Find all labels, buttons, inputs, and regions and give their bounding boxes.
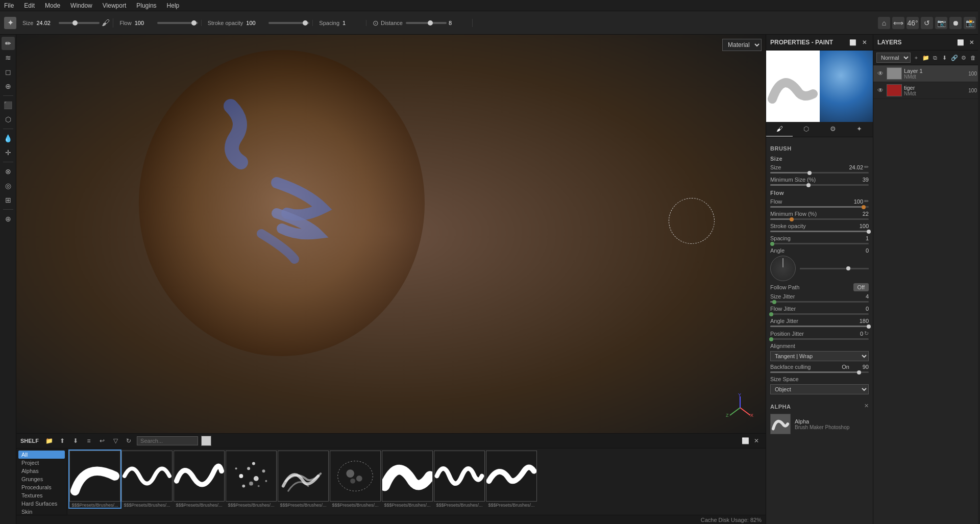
layer-1-eye-icon[interactable]: 👁 bbox=[876, 86, 885, 94]
min-size-slider-track[interactable] bbox=[770, 184, 869, 186]
size-space-select[interactable]: Object bbox=[770, 384, 869, 394]
shelf-cat-all[interactable]: All bbox=[18, 451, 65, 459]
tab-settings[interactable]: ⚙ bbox=[820, 122, 846, 137]
viewport-canvas[interactable] bbox=[16, 35, 766, 433]
position-jitter-icon[interactable]: ↻ bbox=[864, 330, 869, 337]
shelf-cat-project[interactable]: Project bbox=[18, 459, 65, 467]
shelf-brush-item-3[interactable]: $$$Presets/Brushes/... bbox=[226, 451, 277, 508]
size-jitter-slider-track[interactable] bbox=[770, 301, 869, 303]
shelf-brush-item-2[interactable]: $$$Presets/Brushes/... bbox=[174, 451, 225, 508]
tool-retopo[interactable]: ⊞ bbox=[2, 193, 15, 207]
shelf-cat-procedurals[interactable]: Procedurals bbox=[18, 483, 65, 491]
properties-expand-icon[interactable]: ⬜ bbox=[848, 38, 857, 47]
angle-icon[interactable]: 46° bbox=[906, 17, 919, 29]
stroke-opacity-slider[interactable] bbox=[268, 22, 309, 24]
tool-eyedrop[interactable]: 💧 bbox=[2, 132, 15, 145]
distance-slider[interactable] bbox=[406, 22, 447, 24]
angle-dial[interactable] bbox=[770, 256, 796, 281]
reset-icon[interactable]: ↺ bbox=[921, 17, 933, 29]
shelf-cat-grunges[interactable]: Grunges bbox=[18, 475, 65, 483]
shelf-cat-textures[interactable]: Textures bbox=[18, 491, 65, 500]
shelf-search-input[interactable] bbox=[137, 436, 198, 445]
blend-mode-select[interactable]: Normal bbox=[876, 53, 911, 63]
layer-0-eye-icon[interactable]: 👁 bbox=[876, 69, 885, 78]
layer-link-icon[interactable]: 🔗 bbox=[950, 53, 958, 62]
shelf-brush-item-5[interactable]: $$$Presets/Brushes/... bbox=[330, 451, 381, 508]
menu-viewport[interactable]: Viewport bbox=[101, 1, 128, 10]
flow-slider[interactable] bbox=[157, 22, 198, 24]
tool-uv[interactable]: ⊕ bbox=[2, 212, 15, 226]
tool-erase[interactable]: ◻ bbox=[2, 65, 15, 79]
angle-slider-thumb[interactable] bbox=[846, 266, 850, 270]
properties-close-icon[interactable]: ✕ bbox=[860, 38, 869, 47]
tab-material[interactable]: ⬡ bbox=[793, 122, 819, 137]
shelf-export-icon[interactable]: ⬇ bbox=[70, 436, 81, 446]
menu-mode[interactable]: Mode bbox=[43, 1, 62, 10]
tool-mask[interactable]: ◎ bbox=[2, 179, 15, 192]
tool-sculpt[interactable]: ⊗ bbox=[2, 165, 15, 178]
material-dropdown[interactable]: Material bbox=[722, 39, 762, 51]
shelf-back-icon[interactable]: ↩ bbox=[97, 436, 107, 446]
shelf-folder-icon[interactable]: 📁 bbox=[44, 436, 54, 446]
shelf-brush-item-0[interactable]: $$$Presets/Brushes/... bbox=[69, 451, 120, 508]
stroke-opacity-slider-track[interactable] bbox=[770, 231, 869, 232]
tool-fill[interactable]: ⬛ bbox=[2, 98, 15, 112]
layer-add-icon[interactable]: + bbox=[913, 53, 920, 62]
follow-path-toggle[interactable]: Off bbox=[853, 283, 869, 291]
size-slider-track[interactable] bbox=[770, 172, 869, 173]
shelf-cat-alphas[interactable]: Alphas bbox=[18, 467, 65, 475]
backface-slider-track[interactable] bbox=[770, 371, 869, 373]
camera-path-icon[interactable]: ⌂ bbox=[878, 17, 890, 29]
shelf-list-icon[interactable]: ≡ bbox=[84, 436, 94, 446]
symmetry-icon[interactable]: ⟺ bbox=[892, 17, 904, 29]
layer-folder-icon[interactable]: 📁 bbox=[922, 53, 929, 62]
record-icon[interactable]: ⏺ bbox=[949, 17, 962, 29]
flow-jitter-slider-track[interactable] bbox=[770, 313, 869, 315]
shelf-brush-item-7[interactable]: $$$Presets/Brushes/... bbox=[434, 451, 485, 508]
tool-paint[interactable]: ✏ bbox=[2, 37, 15, 50]
menu-help[interactable]: Help bbox=[165, 1, 182, 10]
flow-edit-icon[interactable]: ✏ bbox=[864, 198, 869, 205]
angle-jitter-slider-track[interactable] bbox=[770, 326, 869, 327]
position-jitter-slider-track[interactable] bbox=[770, 338, 869, 340]
tab-effects[interactable]: ✦ bbox=[846, 122, 873, 137]
tool-clone[interactable]: ⊕ bbox=[2, 80, 15, 93]
alignment-select[interactable]: Tangent | Wrap bbox=[770, 351, 869, 361]
shelf-brush-item-1[interactable]: $$$Presets/Brushes/... bbox=[121, 451, 173, 508]
layer-delete-icon[interactable]: 🗑 bbox=[969, 53, 977, 62]
tab-brush[interactable]: 🖌 bbox=[766, 122, 793, 137]
shelf-import-icon[interactable]: ⬆ bbox=[57, 436, 67, 446]
menu-file[interactable]: File bbox=[2, 1, 16, 10]
size-edit-icon[interactable]: ✏ bbox=[864, 164, 869, 170]
shelf-filter-icon[interactable]: ▽ bbox=[110, 436, 120, 446]
size-slider[interactable] bbox=[59, 22, 100, 24]
viewport-area[interactable]: Material X Z Y bbox=[16, 35, 766, 433]
menu-plugins[interactable]: Plugins bbox=[134, 1, 158, 10]
shelf-brush-item-4[interactable]: $$$Presets/Brushes/... bbox=[278, 451, 329, 508]
shelf-close-icon[interactable]: ✕ bbox=[751, 436, 762, 446]
menu-edit[interactable]: Edit bbox=[22, 1, 37, 10]
shelf-refresh-icon[interactable]: ↻ bbox=[124, 436, 134, 446]
layer-merge-icon[interactable]: ⬇ bbox=[941, 53, 949, 62]
shelf-color-swatch[interactable] bbox=[201, 436, 211, 446]
right-edge-resize[interactable] bbox=[978, 0, 980, 524]
alpha-close-icon[interactable]: ✕ bbox=[864, 403, 869, 409]
min-flow-slider-track[interactable] bbox=[770, 218, 869, 220]
menu-window[interactable]: Window bbox=[68, 1, 94, 10]
spacing-slider-track[interactable] bbox=[770, 243, 869, 244]
layer-item-0[interactable]: 👁 Layer 1 NMdt 100 bbox=[873, 65, 980, 82]
camera-icon[interactable]: 📷 bbox=[935, 17, 947, 29]
shelf-brush-item-8[interactable]: $$$Presets/Brushes/... bbox=[486, 451, 537, 508]
shelf-cat-hard-surfaces[interactable]: Hard Surfaces bbox=[18, 500, 65, 508]
layer-duplicate-icon[interactable]: ⧉ bbox=[932, 53, 939, 62]
toolbar-tool-icon[interactable]: ✦ bbox=[4, 17, 16, 29]
layer-settings-icon[interactable]: ⚙ bbox=[960, 53, 968, 62]
flow-slider-track[interactable] bbox=[770, 206, 869, 208]
layers-expand-icon[interactable]: ⬜ bbox=[956, 38, 965, 47]
tool-select[interactable]: ⬡ bbox=[2, 113, 15, 126]
snapshot-icon[interactable]: 📸 bbox=[964, 17, 976, 29]
layer-item-1[interactable]: 👁 tiger NMdt 100 bbox=[873, 82, 980, 99]
tool-smear[interactable]: ≋ bbox=[2, 51, 15, 64]
tool-transform[interactable]: ✛ bbox=[2, 146, 15, 159]
shelf-restore-icon[interactable]: ⬜ bbox=[740, 436, 750, 446]
